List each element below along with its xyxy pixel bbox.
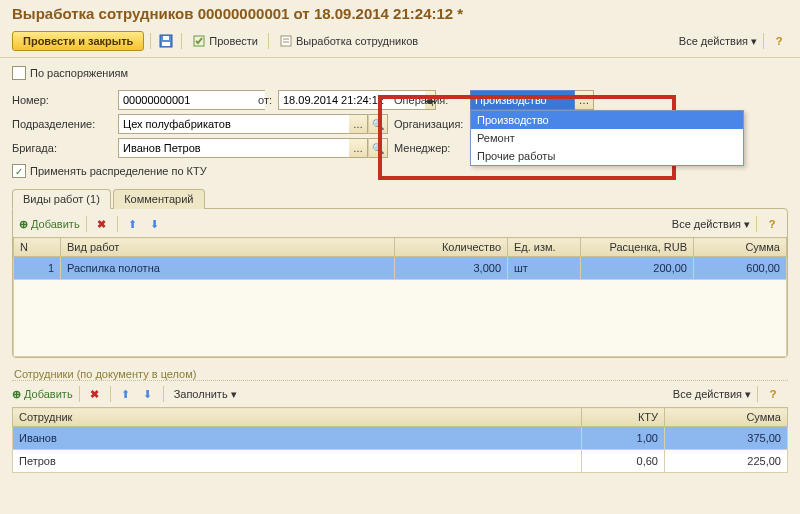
pick-icon[interactable]: … [349,138,368,158]
number-label: Номер: [12,94,112,106]
subdivision-label: Подразделение: [12,118,112,130]
by-orders-label: По распоряжениям [30,67,128,79]
table-row[interactable]: Петров 0,60 225,00 [13,450,788,473]
all-actions-dropdown[interactable]: Все действия ▾ [679,35,757,48]
col-ktu[interactable]: КТУ [582,408,665,427]
employees-all-actions[interactable]: Все действия ▾ [673,388,751,401]
by-orders-checkbox[interactable] [12,66,26,80]
operation-input[interactable] [470,90,575,110]
post-button[interactable]: Провести [188,32,262,50]
operation-option[interactable]: Прочие работы [471,147,743,165]
plus-icon: ⊕ [12,388,21,401]
chevron-down-icon: ▾ [745,388,751,401]
add-work-button[interactable]: ⊕ Добавить [19,218,80,231]
help-icon[interactable]: ? [770,32,788,50]
fill-button[interactable]: Заполнить ▾ [170,386,241,403]
move-down-icon[interactable]: ⬇ [146,215,164,233]
manager-label: Менеджер: [394,142,464,154]
move-up-icon[interactable]: ⬆ [117,385,135,403]
number-input[interactable] [118,90,265,110]
svg-rect-1 [162,42,170,46]
tab-comment[interactable]: Комментарий [113,189,205,209]
help-icon[interactable]: ? [763,215,781,233]
operation-option[interactable]: Ремонт [471,129,743,147]
operation-dropdown: Производство Ремонт Прочие работы [470,110,744,166]
help-icon[interactable]: ? [764,385,782,403]
move-up-icon[interactable]: ⬆ [124,215,142,233]
employees-section-title: Сотрудники (по документу в целом) [12,368,788,381]
operation-label: Операция: [394,94,464,106]
plus-icon: ⊕ [19,218,28,231]
ktu-checkbox[interactable]: ✓ [12,164,26,178]
search-icon[interactable]: 🔍 [368,138,388,158]
main-toolbar: Провести и закрыть Провести Выработка со… [0,29,800,58]
pick-icon[interactable]: … [349,114,368,134]
tab-works[interactable]: Виды работ (1) [12,189,111,209]
search-icon[interactable]: 🔍 [368,114,388,134]
emp-output-button[interactable]: Выработка сотрудников [275,32,422,50]
move-down-icon[interactable]: ⬇ [139,385,157,403]
works-all-actions[interactable]: Все действия ▾ [672,218,750,231]
col-sum[interactable]: Сумма [665,408,788,427]
save-icon[interactable] [157,32,175,50]
subdivision-input[interactable] [118,114,349,134]
works-table: N Вид работ Количество Ед. изм. Расценка… [13,237,787,357]
brigade-label: Бригада: [12,142,112,154]
col-sum[interactable]: Сумма [694,238,787,257]
col-price[interactable]: Расценка, RUB [581,238,694,257]
col-emp[interactable]: Сотрудник [13,408,582,427]
col-type[interactable]: Вид работ [61,238,395,257]
post-and-close-button[interactable]: Провести и закрыть [12,31,144,51]
col-unit[interactable]: Ед. изм. [508,238,581,257]
table-row[interactable]: 1 Распилка полотна 3,000 шт 200,00 600,0… [14,257,787,280]
add-employee-button[interactable]: ⊕ Добавить [12,388,73,401]
svg-rect-4 [281,36,291,46]
table-row[interactable]: Иванов 1,00 375,00 [13,427,788,450]
col-n[interactable]: N [14,238,61,257]
brigade-input[interactable] [118,138,349,158]
svg-rect-2 [163,36,169,40]
col-qty[interactable]: Количество [395,238,508,257]
delete-icon[interactable]: ✖ [86,385,104,403]
emp-output-label: Выработка сотрудников [296,35,418,47]
employees-table: Сотрудник КТУ Сумма Иванов 1,00 375,00 П… [12,407,788,473]
post-label: Провести [209,35,258,47]
org-label: Организация: [394,118,464,130]
delete-icon[interactable]: ✖ [93,215,111,233]
operation-open-button[interactable]: … [575,90,594,110]
ktu-label: Применять распределение по КТУ [30,165,207,177]
chevron-down-icon: ▾ [751,35,757,48]
from-label: от: [258,94,272,106]
chevron-down-icon: ▾ [744,218,750,231]
chevron-down-icon: ▾ [231,388,237,401]
works-panel: ⊕ Добавить ✖ ⬆ ⬇ Все действия ▾ ? N [12,208,788,358]
operation-option[interactable]: Производство [471,111,743,129]
page-title: Выработка сотрудников 00000000001 от 18.… [0,0,800,29]
